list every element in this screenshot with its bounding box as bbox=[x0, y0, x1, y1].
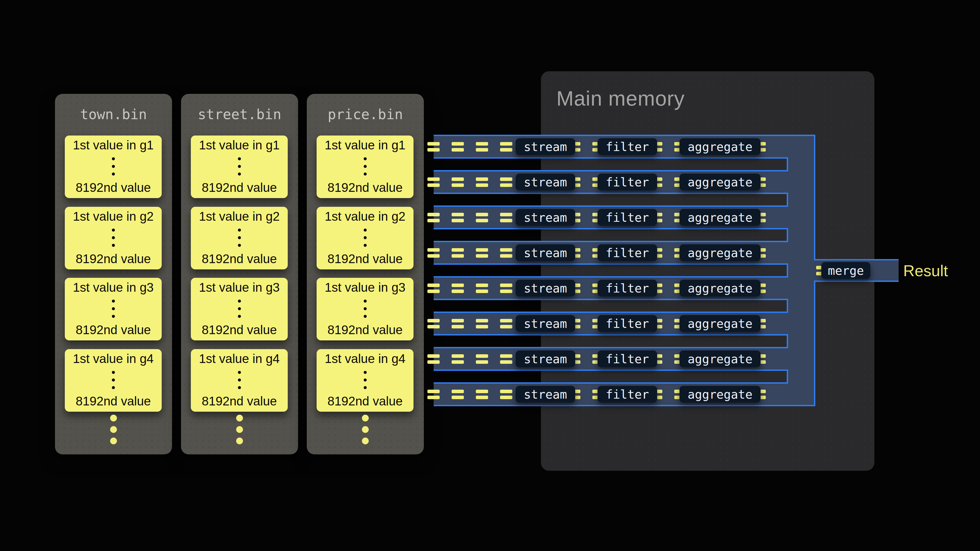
flow-dash-icon bbox=[452, 213, 464, 222]
ellipsis-icon bbox=[112, 157, 115, 176]
flow-dash-icon bbox=[500, 319, 512, 329]
notch-connector bbox=[787, 370, 788, 384]
ellipsis-icon bbox=[364, 371, 367, 389]
stage-chip-stream: stream bbox=[515, 280, 575, 297]
flow-dash-icon bbox=[500, 142, 512, 152]
group-last-value: 8192nd value bbox=[202, 394, 277, 408]
group-last-value: 8192nd value bbox=[328, 251, 402, 266]
group-first-value: 1st value in g2 bbox=[325, 209, 406, 224]
stage-chip-merge: merge bbox=[821, 262, 870, 279]
stage-chip-aggregate: aggregate bbox=[679, 315, 760, 332]
value-group-box: 1st value in g3 8192nd value bbox=[191, 278, 288, 340]
group-first-value: 1st value in g3 bbox=[73, 280, 154, 295]
group-first-value: 1st value in g2 bbox=[73, 209, 154, 224]
result-label: Result bbox=[903, 261, 948, 280]
column-price-bin: price.bin 1st value in g1 8192nd value 1… bbox=[307, 94, 424, 454]
flow-dash-icon bbox=[427, 248, 440, 258]
group-first-value: 1st value in g4 bbox=[73, 351, 154, 366]
pipeline-border-right bbox=[814, 282, 815, 406]
ellipsis-icon bbox=[364, 300, 367, 318]
stage-chip-stream: stream bbox=[515, 174, 575, 191]
value-group-box: 1st value in g2 8192nd value bbox=[191, 207, 288, 269]
stage-chip-stream: stream bbox=[515, 138, 575, 155]
flow-dash-icon bbox=[476, 248, 488, 258]
stage-chip-filter: filter bbox=[598, 245, 657, 261]
value-group-box: 1st value in g2 8192nd value bbox=[65, 207, 162, 269]
flow-dash-icon bbox=[452, 284, 464, 293]
ellipsis-icon bbox=[112, 371, 115, 389]
value-group-box: 1st value in g2 8192nd value bbox=[317, 207, 414, 269]
value-group-box: 1st value in g4 8192nd value bbox=[191, 349, 288, 412]
flow-dash-icon bbox=[427, 213, 440, 222]
group-first-value: 1st value in g2 bbox=[199, 209, 280, 224]
pipeline-row: stream filter aggregate bbox=[434, 311, 787, 335]
flow-dash-icon bbox=[500, 178, 512, 187]
group-first-value: 1st value in g3 bbox=[199, 280, 280, 295]
pipeline-row: stream filter aggregate bbox=[434, 135, 787, 159]
flow-dash-icon bbox=[500, 213, 512, 222]
stage-chip-stream: stream bbox=[515, 245, 575, 261]
flow-dash-icon bbox=[427, 319, 440, 329]
value-group-box: 1st value in g4 8192nd value bbox=[65, 349, 162, 412]
flow-dash-icon bbox=[427, 390, 440, 399]
pipeline-row: stream filter aggregate bbox=[434, 347, 787, 371]
flow-dash-icon bbox=[476, 390, 488, 399]
value-group-box: 1st value in g4 8192nd value bbox=[317, 349, 414, 412]
stage-chip-filter: filter bbox=[598, 315, 657, 332]
ellipsis-icon bbox=[364, 157, 367, 176]
ellipsis-icon bbox=[112, 229, 115, 247]
group-first-value: 1st value in g1 bbox=[199, 138, 280, 152]
flow-dash-icon bbox=[452, 390, 464, 399]
value-group-box: 1st value in g1 8192nd value bbox=[191, 135, 288, 198]
ellipsis-icon bbox=[238, 300, 241, 318]
value-group-box: 1st value in g1 8192nd value bbox=[65, 135, 162, 198]
pipeline-border-right bbox=[814, 135, 815, 259]
stage-chip-aggregate: aggregate bbox=[679, 245, 760, 261]
flow-dash-icon bbox=[500, 284, 512, 293]
group-first-value: 1st value in g4 bbox=[199, 351, 280, 366]
flow-dash-icon bbox=[427, 142, 440, 152]
flow-dash-icon bbox=[476, 284, 488, 293]
flow-dash-icon bbox=[452, 319, 464, 329]
flow-dash-icon bbox=[452, 248, 464, 258]
notch-connector bbox=[787, 334, 788, 348]
flow-dash-icon bbox=[427, 354, 440, 364]
flow-dash-icon bbox=[500, 390, 512, 399]
flow-dash-icon bbox=[476, 354, 488, 364]
group-last-value: 8192nd value bbox=[76, 251, 151, 266]
group-last-value: 8192nd value bbox=[202, 251, 277, 266]
group-first-value: 1st value in g1 bbox=[73, 138, 154, 152]
stage-chip-filter: filter bbox=[598, 280, 657, 297]
flow-dash-icon bbox=[427, 284, 440, 293]
group-last-value: 8192nd value bbox=[328, 394, 402, 408]
pipeline-row: stream filter aggregate bbox=[434, 205, 787, 229]
flow-dash-icon bbox=[476, 319, 488, 329]
group-last-value: 8192nd value bbox=[76, 322, 151, 337]
stage-chip-filter: filter bbox=[598, 386, 657, 403]
notch-connector bbox=[787, 228, 788, 242]
notch-connector bbox=[787, 157, 788, 171]
value-group-box: 1st value in g3 8192nd value bbox=[65, 278, 162, 340]
group-last-value: 8192nd value bbox=[76, 180, 151, 195]
more-groups-ellipsis-icon bbox=[236, 415, 243, 445]
pipeline-row: stream filter aggregate bbox=[434, 276, 787, 300]
main-memory-title: Main memory bbox=[557, 87, 685, 110]
ellipsis-icon bbox=[238, 371, 241, 389]
column-title: street.bin bbox=[181, 94, 298, 135]
stage-chip-aggregate: aggregate bbox=[679, 209, 760, 226]
stage-chip-aggregate: aggregate bbox=[679, 174, 760, 191]
group-last-value: 8192nd value bbox=[202, 322, 277, 337]
stage-chip-filter: filter bbox=[598, 174, 657, 191]
flow-dash-icon bbox=[500, 248, 512, 258]
column-street-bin: street.bin 1st value in g1 8192nd value … bbox=[181, 94, 298, 454]
group-first-value: 1st value in g3 bbox=[325, 280, 406, 295]
flow-dash-icon bbox=[500, 354, 512, 364]
stage-chip-filter: filter bbox=[598, 138, 657, 155]
pipeline-spine bbox=[787, 135, 814, 406]
ellipsis-icon bbox=[238, 229, 241, 247]
column-title: town.bin bbox=[55, 94, 172, 135]
group-last-value: 8192nd value bbox=[328, 322, 402, 337]
more-groups-ellipsis-icon bbox=[362, 415, 369, 445]
notch-connector bbox=[787, 193, 788, 207]
stage-chip-aggregate: aggregate bbox=[679, 138, 760, 155]
